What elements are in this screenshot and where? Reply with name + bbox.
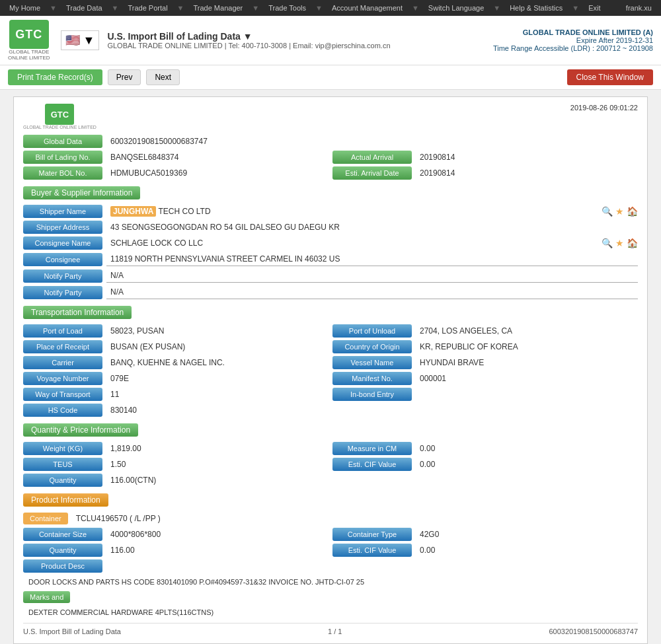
quantity-label: Quantity — [23, 474, 102, 487]
notify-party1-value: N/A — [106, 269, 638, 283]
place-receipt-value: BUSAN (EX PUSAN) — [106, 340, 329, 353]
consignee-value: 11819 NORTH PENNSYLVANIA STREET CARMEL I… — [106, 252, 638, 266]
bol-row: Bill of Lading No. BANQSEL6848374 Actual… — [23, 151, 638, 164]
flag-button[interactable]: 🇺🇸 ▼ — [61, 30, 100, 50]
actual-arrival-label: Actual Arrival — [332, 151, 412, 164]
notify-party2-label: Notify Party — [23, 286, 102, 299]
logo-area: GTC GLOBAL TRADEONLINE LIMITED 🇺🇸 ▼ — [8, 20, 99, 61]
nav-tradedata[interactable]: Trade Data — [62, 4, 106, 12]
expire-date: Expire After 2019-12-31 — [493, 36, 653, 44]
consignee-label: Consignee — [23, 253, 102, 266]
page-title: U.S. Import Bill of Lading Data ▼ — [107, 31, 390, 42]
nav-help[interactable]: Help & Statistics — [506, 4, 566, 12]
shipper-address-value: 43 SEONGSEOGONGDAN RO 54 GIL DALSEO GU D… — [106, 221, 638, 234]
buyer-supplier-header: Buyer & Supplier Information — [23, 186, 140, 199]
mater-bol-row: Mater BOL No. HDMUBUCA5019369 Esti. Arri… — [23, 166, 638, 180]
nav-exit[interactable]: Exit — [584, 4, 604, 12]
consignee-name-label: Consignee Name — [23, 236, 102, 250]
product-cif-label: Esti. CIF Value — [332, 544, 412, 557]
consignee-name-row: Consignee Name SCHLAGE LOCK CO LLC 🔍 ★ 🏠 — [23, 236, 638, 250]
vessel-value: HYUNDAI BRAVE — [416, 356, 638, 369]
card-header: GTC GLOBAL TRADE ONLINE LIMITED 2019-08-… — [23, 104, 638, 129]
product-header: Product Information — [23, 493, 108, 507]
transport-header: Transportation Information — [23, 306, 132, 319]
way-transport-value: 11 — [106, 388, 329, 401]
measure-value: 0.00 — [416, 442, 638, 455]
consignee-search-icon[interactable]: 🔍 — [602, 238, 613, 248]
user-name: frank.xu — [622, 4, 656, 12]
shipper-star-icon[interactable]: ★ — [615, 206, 624, 217]
carrier-value: BANQ, KUEHNE & NAGEL INC. — [106, 356, 329, 369]
actual-arrival-value: 20190814 — [416, 151, 638, 164]
voyage-value: 079E — [106, 372, 329, 385]
way-transport-label: Way of Transport — [23, 388, 102, 401]
shipper-home-icon[interactable]: 🏠 — [627, 206, 638, 217]
container-size-label: Container Size — [23, 528, 102, 541]
quantity-section: Quantity & Price Information Weight (KG)… — [23, 423, 638, 487]
next-button[interactable]: Next — [146, 69, 180, 85]
hs-code-row: HS Code 830140 — [23, 404, 638, 417]
nav-account[interactable]: Account Management — [328, 4, 407, 12]
card-logo: GTC GLOBAL TRADE ONLINE LIMITED — [23, 104, 97, 129]
weight-measure-row: Weight (KG) 1,819.00 Measure in CM 0.00 — [23, 442, 638, 455]
teus-label: TEUS — [23, 458, 102, 471]
esti-arrival-value: 20190814 — [416, 166, 638, 180]
shipper-address-row: Shipper Address 43 SEONGSEOGONGDAN RO 54… — [23, 221, 638, 234]
place-receipt-label: Place of Receipt — [23, 340, 102, 353]
measure-label: Measure in CM — [332, 442, 412, 455]
consignee-home-icon[interactable]: 🏠 — [627, 238, 638, 248]
shipper-name-rest: TECH CO LTD — [158, 207, 210, 216]
top-toolbar: Print Trade Record(s) Prev Next Close Th… — [0, 65, 661, 90]
nav-myhome[interactable]: My Home — [5, 4, 44, 12]
consignee-star-icon[interactable]: ★ — [615, 238, 624, 248]
consignee-name-value: SCHLAGE LOCK CO LLC — [106, 236, 592, 250]
shipper-search-icon[interactable]: 🔍 — [602, 206, 613, 217]
bottom-record-id: 6003201908150000683747 — [549, 627, 638, 635]
quantity-row: Quantity 116.00(CTN) — [23, 474, 638, 487]
esti-arrival-label: Esti. Arrival Date — [332, 166, 412, 180]
port-load-label: Port of Load — [23, 324, 102, 338]
container-value: TCLU4196570 ( /L /PP ) — [72, 512, 638, 525]
inbond-value — [416, 392, 638, 396]
global-data-row: Global Data 6003201908150000683747 — [23, 135, 638, 148]
header-bar: GTC GLOBAL TRADEONLINE LIMITED 🇺🇸 ▼ U.S.… — [0, 16, 661, 65]
shipper-name-value: JUNGHWA TECH CO LTD — [106, 205, 592, 218]
contact-info: GLOBAL TRADE ONLINE LIMITED | Tel: 400-7… — [107, 42, 390, 50]
teus-cif-row: TEUS 1.50 Esti. CIF Value 0.00 — [23, 458, 638, 471]
voyage-label: Voyage Number — [23, 372, 102, 385]
global-data-value: 6003201908150000683747 — [106, 135, 638, 148]
vessel-label: Vessel Name — [332, 356, 412, 369]
print-button[interactable]: Print Trade Record(s) — [8, 69, 102, 85]
country-origin-value: KR, REPUBLIC OF KOREA — [416, 340, 638, 353]
nav-trademanager[interactable]: Trade Manager — [189, 4, 247, 12]
product-qty-cif-row: Quantity 116.00 Esti. CIF Value 0.00 — [23, 544, 638, 557]
product-qty-label: Quantity — [23, 544, 102, 557]
container-size-value: 4000*806*800 — [106, 528, 329, 541]
product-desc-label: Product Desc — [23, 559, 102, 573]
site-info: U.S. Import Bill of Lading Data ▼ GLOBAL… — [107, 31, 390, 50]
bottom-record-label: U.S. Import Bill of Lading Data — [23, 627, 121, 635]
bol-value: BANQSEL6848374 — [106, 151, 329, 164]
notify-party1-row: Notify Party N/A — [23, 269, 638, 283]
product-qty-value: 116.00 — [106, 544, 329, 557]
prev-button[interactable]: Prev — [108, 69, 141, 85]
bottom-info-row: U.S. Import Bill of Lading Data 1 / 1 60… — [23, 623, 638, 637]
weight-label: Weight (KG) — [23, 442, 102, 455]
container-label: Container — [23, 513, 68, 524]
port-unload-label: Port of Unload — [332, 324, 412, 338]
consignee-icons: 🔍 ★ 🏠 — [602, 238, 638, 248]
nav-tradetools[interactable]: Trade Tools — [264, 4, 310, 12]
esti-cif-label: Esti. CIF Value — [332, 458, 412, 471]
global-data-label: Global Data — [23, 135, 102, 148]
card-logo-sub: GLOBAL TRADE ONLINE LIMITED — [23, 125, 97, 129]
nav-tradeportal[interactable]: Trade Portal — [124, 4, 171, 12]
arrival-col: Actual Arrival 20190814 — [332, 151, 638, 164]
main-card: GTC GLOBAL TRADE ONLINE LIMITED 2019-08-… — [13, 96, 648, 644]
quantity-value: 116.00(CTN) — [106, 474, 638, 487]
close-button[interactable]: Close This Window — [567, 69, 653, 85]
inbond-label: In-bond Entry — [332, 388, 412, 401]
voyage-manifest-row: Voyage Number 079E Manifest No. 000001 — [23, 372, 638, 385]
nav-language[interactable]: Switch Language — [424, 4, 488, 12]
country-origin-label: Country of Origin — [332, 340, 412, 353]
container-size-type-row: Container Size 4000*806*800 Container Ty… — [23, 528, 638, 541]
